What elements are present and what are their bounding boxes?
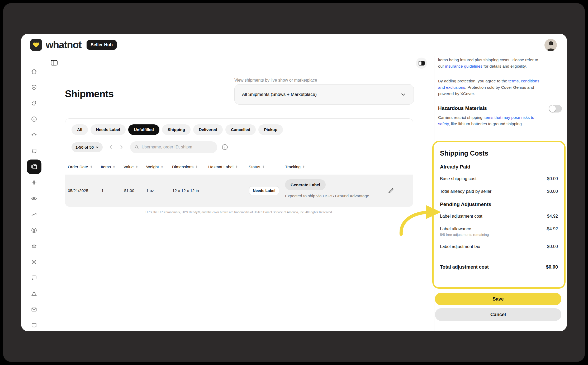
search-input[interactable] — [141, 145, 213, 149]
home-icon — [31, 68, 37, 75]
insurance-note: items being insured plus shipping costs.… — [438, 57, 539, 69]
pinwheel-icon — [31, 179, 37, 186]
sort-icon: ▲▼ — [303, 165, 305, 169]
col-weight[interactable]: Weight▲▼ — [146, 159, 163, 175]
boost-arrows-icon — [31, 132, 37, 138]
tag-icon — [31, 100, 37, 107]
col-order-date[interactable]: Order Date▲▼ — [68, 159, 92, 175]
cell-items: 1 — [101, 175, 104, 207]
sidebar-item-payments[interactable] — [28, 224, 40, 236]
sidebar-item-protection[interactable] — [28, 82, 40, 93]
pencil-icon — [388, 187, 394, 194]
sidebar-item-chat[interactable] — [28, 272, 40, 283]
chevron-right-icon — [119, 144, 124, 150]
receipt-icon — [31, 147, 37, 154]
book-icon — [31, 322, 37, 329]
sort-icon: ▲▼ — [113, 165, 115, 169]
shipments-scope-dropdown[interactable]: All Shipments (Shows + Marketplace) — [234, 84, 414, 105]
mail-icon — [31, 306, 37, 313]
app-card: whatnot Seller Hub — [21, 34, 567, 331]
sidebar-item-orders[interactable] — [28, 145, 40, 157]
sidebar-item-boost[interactable] — [28, 129, 40, 141]
insurance-guidelines-link[interactable]: insurance guidelines — [445, 64, 482, 68]
sales-chart-icon — [31, 116, 37, 123]
view-shipments-label: View shipments by live show or marketpla… — [234, 78, 317, 83]
sidebar-item-sales[interactable] — [28, 113, 40, 125]
tab-delivered[interactable]: Delivered — [193, 124, 223, 135]
col-dimensions[interactable]: Dimensions▲▼ — [172, 159, 198, 175]
save-button[interactable]: Save — [435, 293, 561, 305]
search-field[interactable] — [130, 141, 217, 153]
ups-disclaimer: UPS, the UPS brandmark, UPS Ready®, and … — [65, 210, 413, 214]
costs-divider — [440, 257, 558, 257]
sidebar-item-settings[interactable] — [28, 256, 40, 268]
total-adjustment-row: Total adjustment cost$0.00 — [440, 264, 558, 270]
shipping-costs-title: Shipping Costs — [440, 149, 558, 157]
col-value[interactable]: Value▲▼ — [124, 159, 138, 175]
cost-row-base-shipping: Base shipping cost$0.00 — [440, 176, 558, 181]
col-status[interactable]: Status▲▼ — [249, 159, 264, 175]
sort-icon: ▲▼ — [196, 165, 198, 169]
prev-page-button[interactable] — [106, 143, 115, 152]
cell-dimensions: 12 x 12 x 12 in — [172, 175, 199, 207]
page-title: Shipments — [65, 88, 114, 100]
chevron-down-icon — [400, 92, 406, 97]
tab-pickup[interactable]: Pickup — [258, 124, 283, 135]
tab-unfulfilled[interactable]: Unfulfilled — [128, 124, 159, 135]
generate-label-button[interactable]: Generate Label — [285, 179, 326, 190]
avatar[interactable] — [544, 39, 557, 51]
info-icon[interactable] — [221, 144, 228, 151]
brand-wordmark: whatnot — [46, 39, 81, 51]
top-header: whatnot Seller Hub — [21, 34, 567, 56]
sidebar-item-labels[interactable] — [28, 177, 40, 188]
sidebar-item-guide[interactable] — [28, 320, 40, 331]
protection-note: By adding protection, you agree to the t… — [438, 78, 539, 97]
warning-triangle-icon — [31, 290, 37, 297]
whatnot-logo-icon[interactable] — [30, 39, 42, 51]
pagination-range-dropdown[interactable]: 1-50 of 50 — [72, 142, 103, 152]
edit-shipment-button[interactable] — [388, 187, 394, 195]
expected-ship-note: Expected to ship via USPS Ground Advanta… — [285, 194, 369, 198]
tab-cancelled[interactable]: Cancelled — [225, 124, 256, 135]
trending-up-icon — [31, 211, 37, 218]
cost-row-label-adjustment: Label adjustment cost$4.92 — [440, 214, 558, 219]
sidebar-item-home[interactable] — [28, 66, 40, 77]
sidebar-item-rewards[interactable] — [28, 240, 40, 252]
main-content: View shipments by live show or marketpla… — [47, 56, 434, 331]
tab-all[interactable]: All — [72, 124, 88, 135]
next-page-button[interactable] — [117, 143, 126, 152]
panel-collapse-icon[interactable] — [416, 58, 427, 69]
sort-icon: ▲▼ — [90, 165, 92, 169]
cost-row-label-tax: Label adjustment tax$0.00 — [440, 244, 558, 249]
status-badge: Needs Label — [249, 186, 279, 195]
sidebar-collapse-icon[interactable] — [51, 60, 59, 67]
sidebar-item-shipments[interactable] — [27, 160, 41, 174]
dollar-circle-icon — [31, 227, 37, 234]
sidebar-item-mail[interactable] — [28, 304, 40, 315]
cost-row-label-allowance: Label allowance-$4.92 — [440, 226, 558, 231]
hazmat-note: Carriers restrict shipping items that ma… — [438, 114, 539, 127]
sort-icon: ▲▼ — [262, 165, 264, 169]
sidebar-item-community[interactable] — [28, 193, 40, 204]
table-row[interactable]: 05/21/2025 1 $1.00 1 oz 12 x 12 x 12 in … — [65, 175, 413, 207]
sidebar-item-trends[interactable] — [28, 209, 40, 220]
cost-row-total-paid: Total already paid by seller$0.00 — [440, 189, 558, 194]
col-tracking[interactable]: Tracking▲▼ — [285, 159, 305, 175]
seller-hub-badge: Seller Hub — [87, 40, 117, 50]
tab-shipping[interactable]: Shipping — [162, 124, 191, 135]
sidebar-item-alerts[interactable] — [28, 288, 40, 300]
shield-check-icon — [31, 84, 37, 91]
chevron-left-icon — [108, 144, 113, 150]
sidebar-item-listings[interactable] — [28, 97, 40, 109]
hazardous-materials-title: Hazardous Materials — [438, 105, 487, 111]
sort-icon: ▲▼ — [136, 165, 138, 169]
cell-value: $1.00 — [124, 175, 134, 207]
tab-needs-label[interactable]: Needs Label — [91, 124, 126, 135]
annotation-arrow-icon — [395, 202, 450, 239]
col-items[interactable]: Items▲▼ — [101, 159, 115, 175]
cancel-button[interactable]: Cancel — [435, 308, 561, 321]
shipments-icon — [30, 163, 38, 171]
toggle-knob — [549, 105, 556, 112]
col-hazmat-label[interactable]: Hazmat Label▲▼ — [208, 159, 238, 175]
hazardous-materials-toggle[interactable] — [549, 105, 562, 113]
